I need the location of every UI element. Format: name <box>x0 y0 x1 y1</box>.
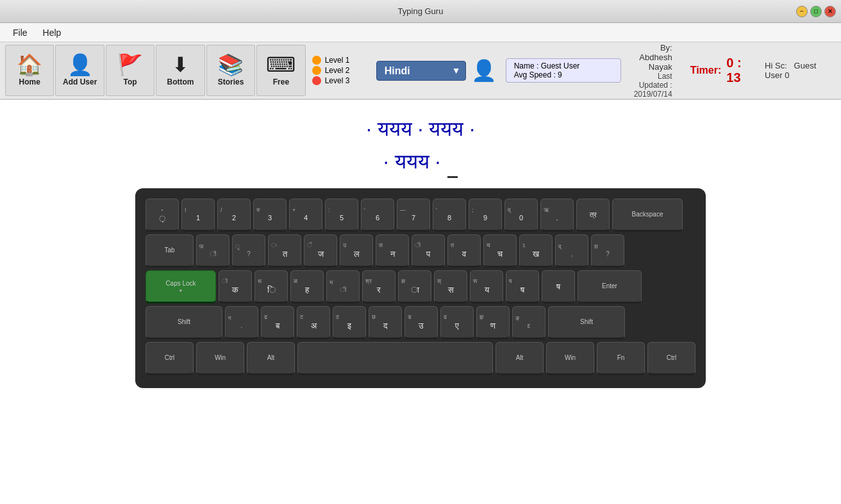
minimize-button[interactable]: − <box>796 6 808 17</box>
level3-label: Level 3 <box>325 76 350 85</box>
key-d[interactable]: ळ ह <box>290 270 324 304</box>
key-g[interactable]: श्र र <box>362 270 396 304</box>
key-equals[interactable]: त्र <box>576 199 610 232</box>
timer-panel: Timer: 0 : 13 Hi Sc: Guest User 0 <box>680 56 836 85</box>
key-n[interactable]: ड उ <box>404 306 438 339</box>
key-6[interactable]: ' 6 <box>361 199 394 232</box>
top-button[interactable]: 🚩 Top <box>106 45 154 96</box>
level3-item[interactable]: Level 3 <box>312 76 366 85</box>
key-7[interactable]: — 7 <box>397 199 430 232</box>
key-p[interactable]: ऽ ख <box>519 234 553 268</box>
key-lbracket[interactable]: द् , <box>555 234 588 268</box>
key-rbracket[interactable]: द्य ? <box>591 234 624 268</box>
ctrl-right-label: Ctrl <box>667 354 677 362</box>
user-info-panel: Name : Guest User Avg Speed : 9 <box>506 58 621 83</box>
key-8[interactable]: ' 8 <box>433 199 466 232</box>
title-bar: Typing Guru − □ ✕ <box>0 0 841 23</box>
key-j[interactable]: स् स <box>434 270 467 304</box>
key-alt-right[interactable]: Alt <box>495 342 544 375</box>
key-shift-right[interactable]: Shift <box>548 306 625 339</box>
key-backtick[interactable]: ॰ ़ <box>146 199 179 232</box>
keyboard: ॰ ़ ! 1 / 2 रु 3 + 4 : 5 <box>135 188 706 388</box>
bottom-button[interactable]: ⬇ Bottom <box>156 45 204 96</box>
keyboard-row-4: Shift ग . ढ ब ट अ ठ इ छ द ड <box>146 306 695 339</box>
key-o[interactable]: च च <box>483 234 517 268</box>
key-u[interactable]: ी प <box>412 234 445 268</box>
capslock-label: Caps Lock <box>165 280 196 288</box>
keyboard-row-1: ॰ ़ ! 1 / 2 रु 3 + 4 : 5 <box>146 199 695 232</box>
key-9[interactable]: ; 9 <box>469 199 502 232</box>
key-shift-left[interactable]: Shift <box>146 306 222 339</box>
shift-left-label: Shift <box>178 318 190 326</box>
key-l[interactable]: ष ष <box>506 270 539 304</box>
key-t[interactable]: उ ल <box>340 234 373 268</box>
add-user-button[interactable]: 👤 Add User <box>55 45 104 96</box>
free-button[interactable]: ⌨ Free <box>256 45 305 96</box>
key-v[interactable]: ठ इ <box>333 306 366 339</box>
stories-label: Stories <box>218 77 244 86</box>
stories-button[interactable]: 📚 Stories <box>206 45 255 96</box>
key-alt-left[interactable]: Alt <box>247 342 295 375</box>
key-m[interactable]: ढ ए <box>440 306 474 339</box>
toolbar: 🏠 Home 👤 Add User 🚩 Top ⬇ Bottom 📚 Stori… <box>0 42 841 100</box>
key-x[interactable]: ढ ब <box>261 306 294 339</box>
home-label: Home <box>19 77 40 86</box>
alt-right-label: Alt <box>516 354 524 362</box>
key-backspace[interactable]: Backspace <box>612 199 683 232</box>
key-3[interactable]: रु 3 <box>253 199 287 232</box>
key-i[interactable]: त व <box>447 234 481 268</box>
key-minus[interactable]: ऋ . <box>540 199 574 232</box>
key-capslock[interactable]: Caps Lock ● <box>146 270 216 304</box>
key-c[interactable]: ट अ <box>297 306 330 339</box>
avatar: 👤 <box>471 58 497 83</box>
level2-item[interactable]: Level 2 <box>312 66 366 75</box>
close-button[interactable]: ✕ <box>824 6 836 17</box>
menu-help[interactable]: Help <box>35 25 69 40</box>
menu-file[interactable]: File <box>5 25 35 40</box>
fn-label: Fn <box>617 354 625 362</box>
level1-label: Level 1 <box>325 56 350 65</box>
key-w[interactable]: ृ ? <box>232 234 265 268</box>
key-0[interactable]: द् 0 <box>504 199 538 232</box>
language-select[interactable]: Hindi English <box>376 61 466 81</box>
key-y[interactable]: ल न <box>376 234 409 268</box>
maximize-button[interactable]: □ <box>810 6 822 17</box>
key-b[interactable]: छ द <box>369 306 402 339</box>
key-semicolon[interactable]: ष <box>542 270 575 304</box>
home-button[interactable]: 🏠 Home <box>5 45 54 96</box>
key-f[interactable]: भ ी <box>326 270 360 304</box>
key-enter[interactable]: Enter <box>578 270 642 304</box>
key-2[interactable]: / 2 <box>217 199 251 232</box>
language-selector[interactable]: Hindi English ▼ <box>376 61 466 81</box>
key-fn[interactable]: Fn <box>597 342 645 375</box>
key-tab[interactable]: Tab <box>146 234 194 268</box>
key-r[interactable]: ँ ज <box>304 234 337 268</box>
key-space[interactable] <box>297 342 493 375</box>
key-h[interactable]: ज्ञ ा <box>398 270 431 304</box>
key-s[interactable]: थ ि <box>254 270 288 304</box>
key-5[interactable]: : 5 <box>325 199 358 232</box>
key-a[interactable]: ो क <box>219 270 252 304</box>
key-1[interactable]: ! 1 <box>181 199 215 232</box>
key-ctrl-right[interactable]: Ctrl <box>647 342 695 375</box>
free-icon: ⌨ <box>266 54 296 75</box>
key-comma[interactable]: झ ण <box>476 306 510 339</box>
user-name-label: Name : Guest User <box>514 61 580 70</box>
window-controls: − □ ✕ <box>796 6 836 17</box>
key-z[interactable]: ग . <box>225 306 258 339</box>
keyboard-row-2: Tab फ ौ ृ ? ः त ँ ज उ ल ल <box>146 234 695 268</box>
key-q[interactable]: फ ौ <box>196 234 229 268</box>
key-4[interactable]: + 4 <box>289 199 322 232</box>
top-icon: 🚩 <box>117 54 143 75</box>
key-win-right[interactable]: Win <box>546 342 594 375</box>
key-ctrl-left[interactable]: Ctrl <box>146 342 194 375</box>
typing-display: · ययय · ययय · · ययय · <box>366 113 475 178</box>
avg-speed-label: Avg Speed : 9 <box>514 70 562 79</box>
key-win-left[interactable]: Win <box>196 342 244 375</box>
timer-label: Timer: <box>690 65 722 76</box>
ctrl-left-label: Ctrl <box>165 354 175 362</box>
key-period[interactable]: ङ ε <box>512 306 545 339</box>
key-e[interactable]: ः त <box>268 234 301 268</box>
level1-item[interactable]: Level 1 <box>312 56 366 65</box>
key-k[interactable]: रू य <box>470 270 503 304</box>
